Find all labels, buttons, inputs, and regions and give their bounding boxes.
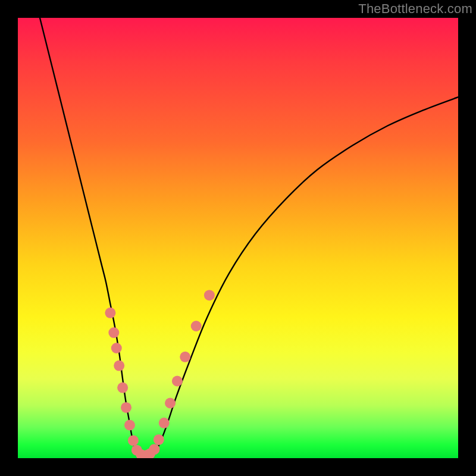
data-marker — [165, 398, 176, 409]
data-marker — [128, 435, 139, 446]
data-marker — [117, 383, 128, 393]
data-marker — [204, 290, 215, 300]
data-marker — [149, 444, 159, 455]
data-marker — [114, 361, 124, 371]
data-marker — [105, 308, 115, 318]
chart-svg — [18, 18, 458, 458]
data-marker — [172, 376, 183, 387]
data-marker — [121, 402, 131, 413]
plot-area — [18, 18, 458, 458]
data-marker — [159, 418, 170, 428]
outer-frame: TheBottleneck.com — [0, 0, 476, 476]
watermark-text: TheBottleneck.com — [358, 1, 472, 17]
bottleneck-curve — [40, 18, 458, 456]
curve-layer — [40, 18, 458, 456]
data-marker — [108, 327, 119, 338]
data-marker — [111, 343, 122, 353]
data-marker — [124, 420, 135, 431]
data-marker — [191, 321, 202, 331]
data-marker — [154, 434, 164, 445]
data-marker — [180, 352, 190, 362]
